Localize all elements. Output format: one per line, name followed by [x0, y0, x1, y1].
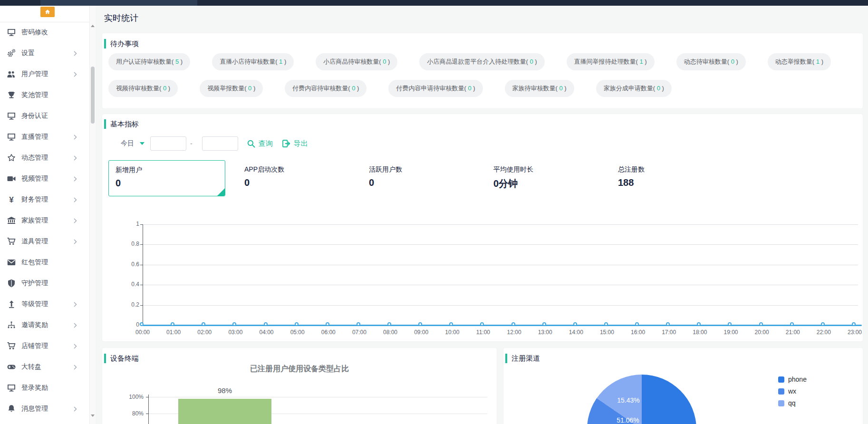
y-axis-label: 0.2	[111, 301, 139, 308]
todo-pill[interactable]: 直播小店待审核数量( 1 )	[212, 53, 294, 70]
sidebar-item-label: 守护管理	[21, 279, 48, 288]
scrollbar-up-arrow[interactable]	[91, 25, 95, 27]
todo-pill[interactable]: 直播间举报待处理数量( 1 )	[567, 53, 655, 70]
sidebar-item-15[interactable]: 店铺管理	[0, 336, 89, 357]
section-accent-bar	[104, 354, 106, 363]
todo-pill-label: 直播间举报待处理数量	[574, 58, 636, 65]
sidebar-item-11[interactable]: 红包管理	[0, 252, 89, 273]
sidebar-item-18[interactable]: 消息管理	[0, 398, 89, 419]
legend-label: qq	[788, 399, 796, 407]
sidebar-item-14[interactable]: 邀请奖励	[0, 315, 89, 336]
sidebar-item-1[interactable]: 设置	[0, 43, 89, 64]
data-point-marker	[140, 322, 144, 326]
x-axis-label: 18:00	[687, 329, 712, 336]
legend-item-wx[interactable]: wx	[778, 387, 807, 395]
todo-pill[interactable]: 动态举报数量( 1 )	[768, 53, 831, 70]
sidebar-item-13[interactable]: 等级管理	[0, 294, 89, 315]
legend-swatch	[778, 376, 784, 383]
todo-row-1: 用户认证待审核数量( 5 )直播小店待审核数量( 1 )小店商品待审核数量( 0…	[108, 53, 831, 70]
sidebar-item-4[interactable]: 身份认证	[0, 106, 89, 126]
x-axis-label: 22:00	[811, 329, 836, 336]
paren-open: (	[275, 58, 279, 65]
sidebar-item-9[interactable]: 家族管理	[0, 210, 89, 231]
sidebar-item-label: 用户管理	[21, 70, 48, 78]
bar-y-axis	[148, 395, 149, 424]
envelope-icon	[7, 258, 16, 267]
chevron-right-icon	[74, 189, 77, 210]
paren-open: (	[812, 58, 816, 65]
todo-pill[interactable]: 小店商品退款需平台介入待处理数量( 0 )	[419, 53, 544, 70]
legend-item-phone[interactable]: phone	[778, 376, 807, 383]
sidebar-item-label: 店铺管理	[21, 342, 48, 350]
data-point-marker	[295, 322, 299, 326]
paren-close: )	[282, 58, 286, 65]
paren-open: (	[636, 58, 640, 65]
data-point-marker	[821, 322, 825, 326]
x-axis-label: 05:00	[285, 329, 310, 336]
gears-icon	[7, 48, 16, 58]
data-point-marker	[604, 322, 608, 326]
scrollbar-down-arrow[interactable]	[91, 414, 95, 417]
todo-pill[interactable]: 视频待审核数量( 0 )	[108, 80, 178, 97]
line-chart: 10.80.60.40.2000:0001:0002:0003:0004:000…	[102, 114, 863, 341]
x-axis-label: 12:00	[502, 329, 527, 336]
scrollbar-thumb[interactable]	[91, 67, 95, 124]
sidebar: 密码修改设置用户管理奖池管理身份认证直播管理动态管理视频管理¥财务管理家族管理道…	[0, 6, 89, 424]
sidebar-item-7[interactable]: 视频管理	[0, 168, 89, 189]
paren-close: )	[533, 58, 537, 65]
x-axis-label: 02:00	[192, 329, 217, 336]
sidebar-scrollbar[interactable]	[89, 6, 96, 424]
todo-pill-label: 小店商品退款需平台介入待处理数量	[427, 58, 526, 65]
todo-section-header: 待办事项	[104, 39, 139, 49]
sidebar-item-10[interactable]: 道具管理	[0, 231, 89, 252]
sidebar-item-12[interactable]: 守护管理	[0, 273, 89, 294]
y-axis-label: 0.6	[111, 261, 139, 268]
todo-pill[interactable]: 小店商品待审核数量( 0 )	[316, 53, 397, 70]
todo-pill-count: 0	[657, 85, 660, 92]
sidebar-item-3[interactable]: 奖池管理	[0, 85, 89, 106]
todo-pill-count: 1	[816, 58, 820, 65]
pie-legend: phonewxqq	[778, 376, 807, 411]
sidebar-item-2[interactable]: 用户管理	[0, 64, 89, 85]
y-axis	[143, 224, 143, 326]
x-axis-label: 17:00	[656, 329, 681, 336]
data-point-marker	[542, 322, 546, 326]
todo-pill[interactable]: 用户认证待审核数量( 5 )	[108, 53, 190, 70]
chevron-right-icon	[74, 147, 77, 168]
todo-pill[interactable]: 付费内容申请待审核数量( 0 )	[388, 80, 482, 97]
y-axis-label: 0.4	[111, 281, 139, 288]
todo-pill[interactable]: 视频举报数量( 0 )	[200, 80, 263, 97]
sidebar-item-label: 登录奖励	[21, 384, 48, 392]
legend-item-qq[interactable]: qq	[778, 399, 807, 407]
todo-pill[interactable]: 动态待审核数量( 0 )	[676, 53, 746, 70]
sidebar-item-label: 等级管理	[21, 300, 48, 308]
chevron-right-icon	[74, 398, 77, 419]
level-up-icon	[7, 299, 16, 309]
sidebar-item-8[interactable]: ¥财务管理	[0, 189, 89, 210]
sidebar-item-label: 红包管理	[21, 258, 48, 267]
todo-pill[interactable]: 家族分成申请数量( 0 )	[596, 80, 672, 97]
paren-close: )	[386, 58, 390, 65]
x-axis-label: 08:00	[378, 329, 403, 336]
dashboard-page: 密码修改设置用户管理奖池管理身份认证直播管理动态管理视频管理¥财务管理家族管理道…	[0, 0, 868, 424]
x-axis-label: 10:00	[440, 329, 464, 336]
paren-close: )	[166, 85, 170, 92]
sidebar-item-6[interactable]: 动态管理	[0, 147, 89, 168]
data-point-marker	[264, 322, 268, 326]
home-button[interactable]	[40, 7, 55, 17]
sidebar-item-label: 道具管理	[21, 237, 48, 246]
paren-close: )	[820, 58, 823, 65]
x-axis-label: 15:00	[595, 329, 619, 336]
bar-chart-title: 已注册用户使用设备类型占比	[102, 364, 497, 374]
todo-pill[interactable]: 付费内容待审核数量( 0 )	[285, 80, 366, 97]
bell-icon	[7, 404, 16, 414]
sidebar-item-0[interactable]: 密码修改	[0, 22, 89, 43]
sidebar-item-17[interactable]: 登录奖励	[0, 377, 89, 398]
chevron-right-icon	[74, 336, 77, 357]
paren-close: )	[179, 58, 183, 65]
paren-open: (	[244, 85, 248, 92]
todo-pill[interactable]: 家族待审核数量( 0 )	[505, 80, 574, 97]
sidebar-item-5[interactable]: 直播管理	[0, 126, 89, 147]
sidebar-item-16[interactable]: 大转盘	[0, 357, 89, 377]
line-series	[143, 325, 862, 326]
